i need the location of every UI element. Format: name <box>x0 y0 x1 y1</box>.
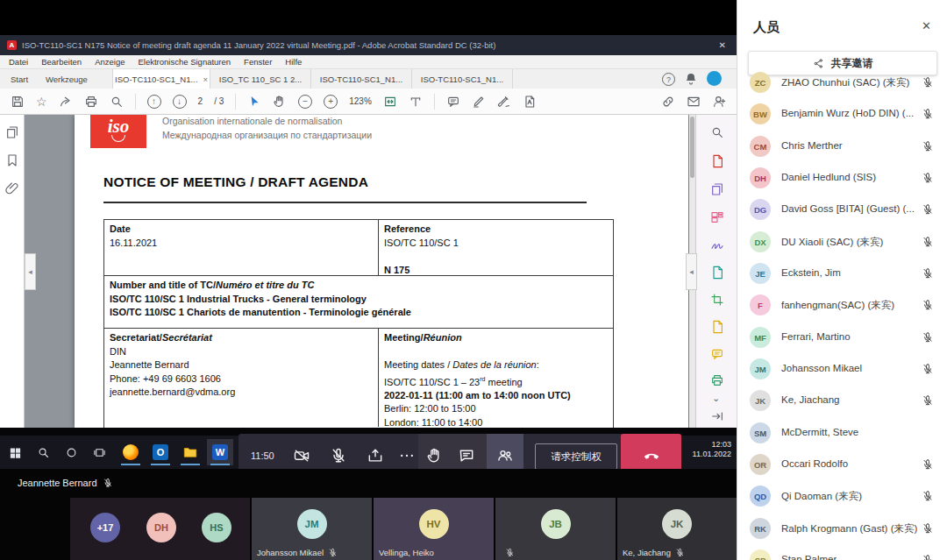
next-page-icon[interactable]: ↓ <box>173 95 187 109</box>
sign-pen-icon[interactable] <box>497 95 511 109</box>
previous-page-icon[interactable]: ↑ <box>147 95 161 109</box>
overflow-participants-tile[interactable]: +17 DH HS <box>70 498 250 560</box>
participant-row[interactable]: F fanhengman(SAC) (来宾) <box>737 289 947 321</box>
comment-tool-icon[interactable] <box>446 95 460 109</box>
request-control-button[interactable]: 请求控制权 <box>535 443 617 470</box>
organize-pages-icon[interactable] <box>710 210 724 224</box>
attachments-icon[interactable] <box>5 181 19 195</box>
zoom-out-icon[interactable]: − <box>298 95 312 109</box>
participant-row[interactable]: OR Occari Rodolfo <box>737 449 947 480</box>
expand-panel-icon[interactable] <box>710 409 724 423</box>
menu-fenster[interactable]: Fenster <box>244 57 272 67</box>
chat-icon[interactable] <box>458 447 475 464</box>
collapse-left-pane-icon[interactable]: ◂ <box>25 253 36 290</box>
menu-bearbeiten[interactable]: Bearbeiten <box>41 57 82 67</box>
print-icon[interactable] <box>84 95 98 109</box>
fill-sign-icon[interactable] <box>523 95 537 109</box>
menu-anzeige[interactable]: Anzeige <box>95 57 125 67</box>
create-pdf-icon[interactable] <box>710 154 724 168</box>
participant-row[interactable]: JE Eckstein, Jim <box>737 258 947 289</box>
menu-datei[interactable]: Datei <box>9 57 28 67</box>
outlook-icon[interactable]: O <box>147 439 174 465</box>
share-screen-icon[interactable] <box>367 447 384 464</box>
mic-off-icon[interactable] <box>330 447 347 464</box>
account-avatar[interactable] <box>707 71 722 86</box>
participant-row[interactable]: RK Ralph Krogmann (Gast) (来宾) <box>737 513 947 544</box>
bookmarks-icon[interactable] <box>5 153 19 167</box>
tab-werkzeuge[interactable]: Werkzeuge <box>46 69 88 89</box>
tab-start[interactable]: Start <box>11 69 28 89</box>
participant-row[interactable]: SP Stan Palmer <box>737 544 947 560</box>
notifications-bell-icon[interactable] <box>684 72 698 86</box>
tab-document-3[interactable]: ISO-TC110-SC1_N1... <box>311 69 412 89</box>
share-link-icon[interactable] <box>661 95 675 109</box>
participant-row[interactable]: CM Chris Merther <box>737 131 947 162</box>
invite-person-icon[interactable] <box>712 95 726 109</box>
panel-close-icon[interactable]: ✕ <box>922 19 931 32</box>
select-tool-icon[interactable] <box>247 95 261 109</box>
star-icon[interactable]: ☆ <box>36 95 47 109</box>
comment-panel-icon[interactable] <box>710 347 724 361</box>
document-viewport[interactable]: ◂ iso Organisation internationale de nor… <box>0 115 737 428</box>
edit-pdf-icon[interactable] <box>710 293 724 307</box>
scan-print-icon[interactable] <box>710 373 724 387</box>
firefox-icon[interactable] <box>117 439 144 465</box>
video-tile[interactable]: HV Vellinga, Heiko <box>374 498 494 560</box>
zoom-level-dropdown[interactable]: 123% <box>349 96 372 106</box>
participant-row[interactable]: QD Qi Daoman (来宾) <box>737 480 947 512</box>
tab-bar: Start Werkzeuge ISO-TC110-SC1_N1... × IS… <box>0 69 737 89</box>
participant-row[interactable]: DG David Goss [BITA] (Guest) (... <box>737 194 947 225</box>
cortana-icon[interactable] <box>58 439 84 465</box>
participant-row[interactable]: ZC ZHAO Chunhui (SAC) (来宾) <box>737 67 947 98</box>
highlighter-icon[interactable] <box>472 95 486 109</box>
share-file-icon[interactable] <box>59 95 73 109</box>
hand-tool-icon[interactable] <box>273 95 287 109</box>
camera-off-icon[interactable] <box>293 447 310 464</box>
measure-tool-icon[interactable] <box>409 95 423 109</box>
tab-document-2[interactable]: ISO_TC 110_SC 1 2... <box>210 69 311 89</box>
participant-row[interactable]: MF Ferrari, Martino <box>737 322 947 353</box>
task-view-icon[interactable] <box>86 439 112 465</box>
page-number-input[interactable]: 2 <box>198 96 203 106</box>
secretariat-label: Secretariat/ <box>110 332 162 343</box>
find-icon[interactable] <box>110 95 124 109</box>
email-icon[interactable] <box>687 95 701 109</box>
participant-row[interactable]: JM Johansson Mikael <box>737 353 947 385</box>
participant-row[interactable]: JK Ke, Jiachang <box>737 385 947 416</box>
video-tile[interactable]: JB <box>495 498 616 560</box>
menu-signaturen[interactable]: Elektronische Signaturen <box>138 57 231 67</box>
mic-off-icon <box>922 236 934 248</box>
word-icon[interactable]: W <box>207 439 233 465</box>
export-pdf-icon[interactable] <box>710 266 724 280</box>
zoom-in-icon[interactable]: + <box>324 95 338 109</box>
menu-hilfe[interactable]: Hilfe <box>285 57 302 67</box>
participant-row[interactable]: DX DU Xiaoli (SAC) (来宾) <box>737 226 947 258</box>
page-thumbnails-icon[interactable] <box>5 125 19 139</box>
more-tools-chevron-icon[interactable]: ⌄ <box>712 393 720 404</box>
window-close-icon[interactable]: ✕ <box>716 40 730 50</box>
video-tile[interactable]: JK Ke, Jiachang <box>617 498 737 560</box>
file-explorer-icon[interactable] <box>177 439 203 465</box>
tab-document-1[interactable]: ISO-TC110-SC1_N1... × <box>112 69 210 89</box>
search-tool-icon[interactable] <box>710 125 724 139</box>
help-icon[interactable]: ? <box>662 73 675 86</box>
tab-close-icon[interactable]: × <box>203 74 208 84</box>
collapse-right-pane-icon[interactable]: ◂ <box>686 253 697 290</box>
save-icon[interactable] <box>11 95 25 109</box>
video-tile[interactable]: JM Johansson Mikael <box>252 498 372 560</box>
combine-files-icon[interactable] <box>710 182 724 196</box>
tab-document-4[interactable]: ISO-TC110-SC1_N1... <box>412 69 513 89</box>
participant-row[interactable]: BW Benjamin Wurz (HoD DIN) (... <box>737 98 947 130</box>
fill-and-sign-icon[interactable] <box>710 238 724 252</box>
participants-icon[interactable] <box>496 447 514 464</box>
iso-logo: iso <box>90 115 146 148</box>
raise-hand-icon[interactable] <box>426 447 444 464</box>
taskbar-search-icon[interactable] <box>30 439 56 465</box>
start-button[interactable] <box>2 439 28 465</box>
scrollbar-thumb[interactable] <box>690 117 694 178</box>
stamp-icon[interactable] <box>710 320 724 334</box>
more-actions-icon[interactable] <box>398 447 416 464</box>
participant-row[interactable]: DH Daniel Hedlund (SIS) <box>737 162 947 194</box>
fit-width-icon[interactable] <box>383 95 397 109</box>
participant-row[interactable]: SM McDermitt, Steve <box>737 417 947 449</box>
